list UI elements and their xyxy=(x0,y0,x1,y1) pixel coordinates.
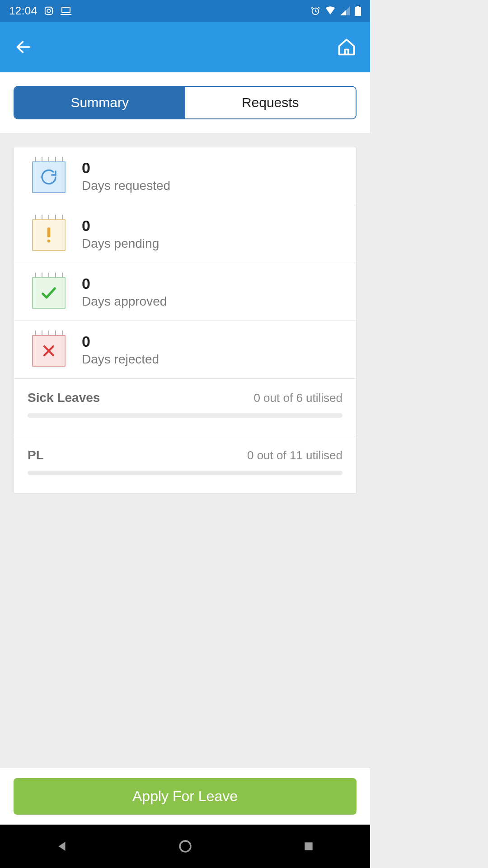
stat-row-requested: 0 Days requested xyxy=(14,147,356,205)
stat-row-pending: 0 Days pending xyxy=(14,205,356,263)
laptop-icon xyxy=(60,6,72,16)
svg-line-8 xyxy=(311,7,313,9)
calendar-approved-icon xyxy=(32,275,66,309)
tab-summary[interactable]: Summary xyxy=(14,87,185,118)
status-right-group xyxy=(310,6,361,16)
stat-row-rejected: 0 Days rejected xyxy=(14,321,356,379)
leave-pl-name: PL xyxy=(28,448,44,462)
svg-rect-11 xyxy=(355,7,361,16)
home-icon xyxy=(337,37,357,57)
tabs-container: Summary Requests xyxy=(0,72,370,133)
calendar-pending-icon xyxy=(32,217,66,251)
leave-row-sick: Sick Leaves 0 out of 6 utilised xyxy=(14,379,356,436)
leave-sick-progress xyxy=(28,413,343,418)
android-status-bar: 12:04 xyxy=(0,0,370,22)
stat-row-approved: 0 Days approved xyxy=(14,263,356,321)
back-button[interactable] xyxy=(13,36,34,58)
svg-rect-13 xyxy=(47,227,51,237)
svg-point-2 xyxy=(51,8,52,9)
svg-rect-10 xyxy=(357,6,359,7)
stat-approved-value: 0 xyxy=(82,275,167,292)
content-area: 0 Days requested 0 Days pending xyxy=(0,133,370,507)
status-left-group: 12:04 xyxy=(9,5,72,17)
alarm-icon xyxy=(310,6,320,16)
stat-rejected-value: 0 xyxy=(82,333,159,350)
svg-point-1 xyxy=(47,9,50,12)
calendar-rejected-icon xyxy=(32,333,66,367)
tab-requests[interactable]: Requests xyxy=(185,87,356,118)
home-button[interactable] xyxy=(336,36,357,58)
calendar-requested-icon xyxy=(32,160,66,193)
svg-point-14 xyxy=(47,240,51,243)
signal-icon xyxy=(340,6,350,15)
arrow-left-icon xyxy=(14,38,33,56)
app-header xyxy=(0,22,370,72)
stat-approved-label: Days approved xyxy=(82,294,167,309)
leave-row-pl: PL 0 out of 11 utilised xyxy=(14,436,356,493)
stat-rejected-label: Days rejected xyxy=(82,352,159,367)
svg-line-9 xyxy=(318,7,319,9)
status-time: 12:04 xyxy=(9,5,38,17)
instagram-icon xyxy=(44,6,54,16)
svg-rect-0 xyxy=(45,7,52,15)
leave-pl-util: 0 out of 11 utilised xyxy=(247,448,343,462)
stat-pending-value: 0 xyxy=(82,217,159,235)
stat-requested-label: Days requested xyxy=(82,179,170,193)
stat-pending-label: Days pending xyxy=(82,236,159,251)
svg-line-7 xyxy=(315,11,317,12)
svg-rect-3 xyxy=(62,7,70,13)
stat-requested-value: 0 xyxy=(82,159,170,177)
wifi-icon xyxy=(325,6,336,15)
tabs-segmented-control: Summary Requests xyxy=(14,86,357,119)
leave-sick-name: Sick Leaves xyxy=(28,391,100,405)
leave-sick-util: 0 out of 6 utilised xyxy=(253,391,343,405)
leave-pl-progress xyxy=(28,471,343,475)
battery-icon xyxy=(355,6,361,16)
summary-card: 0 Days requested 0 Days pending xyxy=(14,147,357,494)
